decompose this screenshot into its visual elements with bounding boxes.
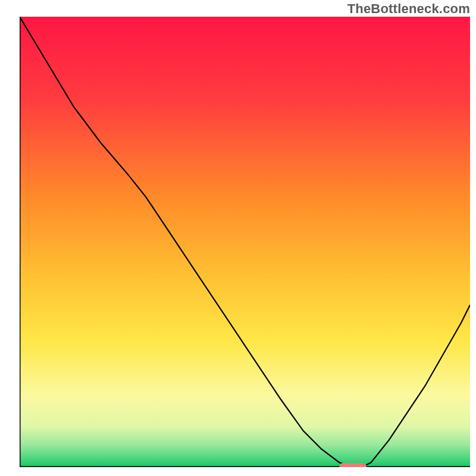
gradient-background [20,17,470,467]
chart-area [20,17,470,467]
chart-viewport: TheBottleneck.com [0,0,476,476]
watermark-text: TheBottleneck.com [347,1,470,17]
optimal-marker [340,463,367,467]
chart-svg [20,17,470,467]
